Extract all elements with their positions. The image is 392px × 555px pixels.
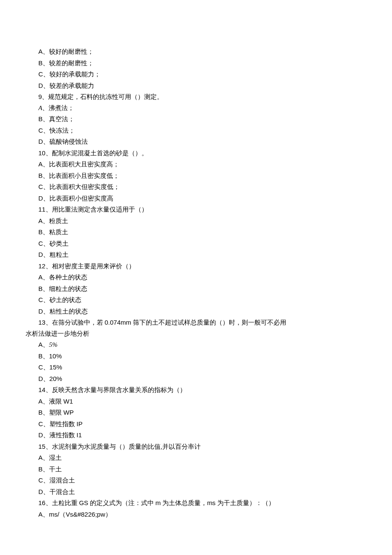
text-span: C、 [38,477,49,484]
text-span: Vs&#8226;pw [66,511,105,518]
text-span: 并以百分率计 [162,443,201,450]
text-span: B、 [38,465,49,473]
text-span: C、 [38,127,49,134]
text-span: 11、 [38,206,52,213]
text-span: D、 [38,431,49,439]
text-line: C、砂类土 [26,238,366,250]
document-page: A、较好的耐磨性；B、较差的耐磨性；C、较好的承载能力；D、较差的承载能力9、规… [0,0,392,546]
text-line: C、15% [26,362,366,373]
text-span: D、 [38,138,49,145]
text-span: W1 [63,398,73,405]
text-line: D、20% [26,373,366,385]
text-span: D、20% [38,375,62,382]
text-span: B、较差的耐磨性； [38,59,94,67]
text-span: A、 [38,341,49,348]
text-span: 土粒比重 [52,500,79,506]
text-span: 水泥剂量为水泥质量与（）质量的比值 [52,443,161,450]
text-span: 液性指数 [49,432,77,439]
text-span: 真空法； [49,116,75,122]
text-line: 15、水泥剂量为水泥质量与（）质量的比值,并以百分率计 [26,441,366,453]
text-span: D、 [38,488,49,495]
text-span: A、ms/ [38,511,59,518]
text-span: A、 [38,217,49,224]
text-span: 0.074mm [104,319,131,326]
text-span: 筛下的土不超过试样总质量的（）时，则一般可不必用 [131,319,286,326]
text-line: B、较差的耐磨性； [26,58,366,69]
text-span: 12、 [38,262,52,270]
text-span: 各种土的状态 [49,274,87,281]
text-span: 在筛分试验中，若 [52,319,105,326]
text-span: A、 [38,273,49,281]
text-span: B、 [38,285,49,292]
text-span: 反映天然含水量与界限含水量关系的指标为（） [52,386,186,393]
text-line: D、粗粒土 [26,249,366,261]
text-line: C、湿混合土 [26,475,366,486]
text-line: C、较好的承载能力； [26,69,366,80]
text-span: 干土 [49,466,62,473]
text-span: A [38,105,42,111]
text-span: 粘质土 [49,229,68,235]
text-span: 比表面积小且密实度低； [49,172,119,179]
text-span: 16、 [38,499,52,506]
text-span: 为干土质量）：（） [216,500,275,506]
text-line: B、粘质土 [26,227,366,238]
text-span: 硫酸钠侵蚀法 [49,138,88,145]
text-line: 13、在筛分试验中，若 0.074mm 筛下的土不超过试样总质量的（）时，则一般… [26,317,366,328]
text-span: B、 [38,409,49,416]
text-span: m [156,499,161,506]
text-span: 10、 [38,149,52,157]
text-span: 比表面积大且密实度高； [49,161,119,168]
text-line: C、比表面积大但密实度低； [26,181,366,193]
text-span: I1 [77,431,82,439]
text-line: D、比表面积小但密实度高 [26,193,366,204]
text-line: B、塑限 WP [26,407,366,418]
text-span: 塑性指数 [49,421,77,427]
text-line: D、较差的承载能力 [26,80,366,92]
text-line: 11、用比重法测定含水量仅适用于（） [26,204,366,215]
text-span: A、较好的耐磨性； [38,48,94,55]
text-line: A、比表面积大且密实度高； [26,159,366,170]
text-span: D、 [38,308,49,315]
text-line: A、各种土的状态 [26,272,366,283]
text-span: 干混合土 [49,488,75,495]
text-span: 砂类土 [49,240,69,247]
text-line: B、干土 [26,464,366,475]
text-span: A、 [38,398,49,405]
text-line: D、硫酸钠侵蚀法 [26,136,366,148]
text-span: 比表面积小但密实度高 [49,195,113,202]
text-line: A、5% [26,339,366,351]
text-span: A、 [38,454,49,461]
text-span: ms [207,499,216,506]
text-span: 粉质土 [49,218,68,224]
text-span: C、 [38,296,49,303]
text-line: D、干混合土 [26,486,366,498]
text-line: 16、土粒比重 GS 的定义式为（注：式中 m 为土体总质量，ms 为干土质量）… [26,497,366,509]
text-line: A、湿土 [26,452,366,464]
text-span: 13、 [38,319,52,326]
text-line: 14、反映天然含水量与界限含水量关系的指标为（） [26,384,366,396]
text-span: A、 [38,160,49,168]
text-line: 水析法做进一步地分析 [26,328,366,340]
text-line: B、细粒土的状态 [26,283,366,295]
text-line: A、粉质土 [26,215,366,227]
text-span: C、较好的承载能力； [38,70,101,78]
text-span: 水析法做进一步地分析 [26,330,89,337]
text-line: 10、配制水泥混凝土首选的砂是（）。 [26,148,366,159]
text-line: A、液限 W1 [26,396,366,407]
text-span: D、 [38,251,49,258]
text-span: 9、 [38,93,48,100]
text-span: B、10% [38,352,62,360]
text-span: 用比重法测定含水量仅适用于（） [52,206,148,213]
text-span: GS [79,499,88,506]
text-line: C、快冻法； [26,125,366,137]
text-span: B、 [38,172,49,179]
text-line: B、10% [26,351,366,362]
text-line: 9、规范规定，石料的抗冻性可用（）测定。 [26,91,366,103]
text-span: C、 [38,240,49,247]
text-span: 塑限 [49,409,63,416]
text-line: A、较好的耐磨性； [26,46,366,58]
text-span: D、 [38,195,49,202]
text-span: 比表面积大但密实度低； [49,183,120,190]
text-span: C、15% [38,363,62,371]
text-span: 规范规定，石料的抗冻性可用（）测定。 [48,93,163,100]
